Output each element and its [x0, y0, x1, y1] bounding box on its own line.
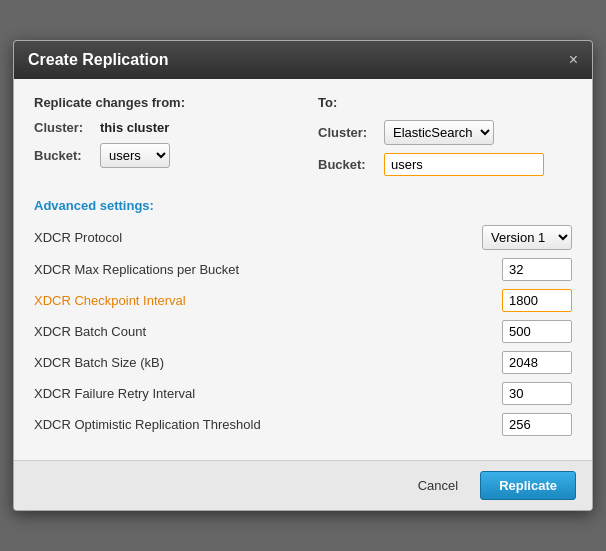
adv-row-batch-size: XDCR Batch Size (kB)	[34, 351, 572, 374]
replicate-button[interactable]: Replicate	[480, 471, 576, 500]
dialog-header: Create Replication ×	[14, 41, 592, 79]
adv-label-protocol: XDCR Protocol	[34, 230, 482, 245]
adv-row-protocol: XDCR Protocol Version 1 Version 2	[34, 225, 572, 250]
to-bucket-row: Bucket:	[318, 153, 572, 176]
adv-label-max-replications: XDCR Max Replications per Bucket	[34, 262, 502, 277]
dialog-footer: Cancel Replicate	[14, 460, 592, 510]
to-section: To: Cluster: ElasticSearch remote1 remot…	[318, 95, 572, 184]
adv-label-batch-count: XDCR Batch Count	[34, 324, 502, 339]
adv-label-batch-size: XDCR Batch Size (kB)	[34, 355, 502, 370]
from-cluster-label: Cluster:	[34, 120, 94, 135]
adv-input-failure-retry[interactable]	[502, 382, 572, 405]
adv-input-optimistic[interactable]	[502, 413, 572, 436]
advanced-settings-title[interactable]: Advanced settings:	[34, 198, 572, 213]
adv-row-failure-retry: XDCR Failure Retry Interval	[34, 382, 572, 405]
cancel-button[interactable]: Cancel	[404, 471, 472, 500]
to-cluster-label: Cluster:	[318, 125, 378, 140]
to-bucket-input[interactable]	[384, 153, 544, 176]
to-bucket-label: Bucket:	[318, 157, 378, 172]
from-cluster-value: this cluster	[100, 120, 169, 135]
adv-label-failure-retry: XDCR Failure Retry Interval	[34, 386, 502, 401]
from-section: Replicate changes from: Cluster: this cl…	[34, 95, 288, 184]
adv-label-optimistic: XDCR Optimistic Replication Threshold	[34, 417, 502, 432]
from-section-title: Replicate changes from:	[34, 95, 288, 110]
from-bucket-label: Bucket:	[34, 148, 94, 163]
adv-input-batch-size[interactable]	[502, 351, 572, 374]
replicate-row: Replicate changes from: Cluster: this cl…	[34, 95, 572, 184]
advanced-settings-grid: XDCR Protocol Version 1 Version 2 XDCR M…	[34, 225, 572, 436]
to-section-title: To:	[318, 95, 572, 110]
adv-row-optimistic: XDCR Optimistic Replication Threshold	[34, 413, 572, 436]
adv-input-batch-count[interactable]	[502, 320, 572, 343]
adv-row-max-replications: XDCR Max Replications per Bucket	[34, 258, 572, 281]
adv-label-checkpoint: XDCR Checkpoint Interval	[34, 293, 502, 308]
from-bucket-select[interactable]: users default test	[100, 143, 170, 168]
adv-protocol-select[interactable]: Version 1 Version 2	[482, 225, 572, 250]
dialog-title: Create Replication	[28, 51, 168, 69]
to-cluster-select[interactable]: ElasticSearch remote1 remote2	[384, 120, 494, 145]
close-button[interactable]: ×	[569, 52, 578, 68]
to-cluster-row: Cluster: ElasticSearch remote1 remote2	[318, 120, 572, 145]
create-replication-dialog: Create Replication × Replicate changes f…	[13, 40, 593, 511]
adv-row-checkpoint: XDCR Checkpoint Interval	[34, 289, 572, 312]
from-cluster-row: Cluster: this cluster	[34, 120, 288, 135]
adv-input-checkpoint[interactable]	[502, 289, 572, 312]
adv-input-max-replications[interactable]	[502, 258, 572, 281]
adv-row-batch-count: XDCR Batch Count	[34, 320, 572, 343]
dialog-body: Replicate changes from: Cluster: this cl…	[14, 79, 592, 452]
from-bucket-row: Bucket: users default test	[34, 143, 288, 168]
